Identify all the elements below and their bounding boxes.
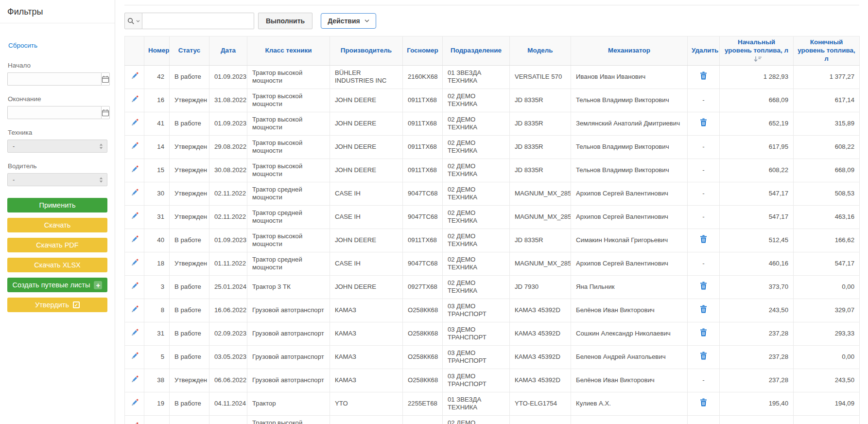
calendar-icon [102,109,109,117]
cell-model: КАМАЗ 45392D [510,322,571,345]
cell-fuel_end: 0,00 [794,275,860,299]
column-header-manufacturer[interactable]: Производитель [330,36,403,66]
cell-edit [125,299,144,322]
column-header-division[interactable]: Подразделение [443,36,510,66]
download-button[interactable]: Скачать [7,218,107,232]
cell-operator: Архипов Сергей Валентинович [571,182,688,205]
column-header-operator[interactable]: Механизатор [571,36,688,66]
edit-row-button[interactable] [131,399,139,406]
cell-tech_class: Трактор высокой мощности [247,415,330,424]
cell-model: JD 8335R [510,135,571,159]
column-header-del[interactable]: Удалить [688,36,720,66]
delete-row-button[interactable] [700,118,707,126]
cell-plate: 0911TX68 [403,159,443,182]
start-date-calendar-button[interactable] [101,72,110,86]
download-xlsx-button[interactable]: Скачать XLSX [7,258,107,272]
edit-row-button[interactable] [131,212,139,220]
cell-num: 2 [144,415,170,424]
column-header-tech_class[interactable]: Класс техники [247,36,330,66]
end-date-calendar-button[interactable] [101,106,110,119]
reset-filters-link[interactable]: Сбросить [8,42,37,49]
download-pdf-button[interactable]: Скачать PDF [7,238,107,252]
cell-plate: 0911TX68 [403,135,443,159]
cell-status: В работе [170,112,209,135]
cell-fuel_start: 195,40 [720,392,794,415]
cell-delete [688,65,720,88]
edit-row-button[interactable] [131,282,139,290]
delete-row-button[interactable] [700,328,707,336]
edit-row-button[interactable] [131,119,139,126]
edit-row-button[interactable] [131,375,139,383]
column-header-fuel_end[interactable]: Конечный уровень топлива, л [794,36,860,66]
cell-plate: 0911TX68 [403,229,443,252]
filters-title: Фильтры [0,0,115,23]
apply-button[interactable]: Применить [7,198,107,212]
cell-tech_class: Трактор высокой мощности [247,229,330,252]
edit-row-button[interactable] [131,422,139,424]
cell-model: КАМАЗ 45392D [510,299,571,322]
search-input[interactable] [142,13,254,29]
create-waybills-button[interactable]: Создать путевые листы + [7,278,107,292]
edit-row-button[interactable] [131,352,139,360]
edit-row-button[interactable] [131,72,139,80]
search-icon [127,18,135,25]
delete-row-button[interactable] [700,305,707,313]
edit-row-button[interactable] [131,305,139,313]
cell-plate: 2255ЕТ68 [403,392,443,415]
start-date-input[interactable] [7,72,101,86]
edit-row-button[interactable] [131,142,139,150]
driver-select-value: - [13,176,99,183]
driver-select[interactable]: - [7,173,107,186]
filters-sidebar: Фильтры Сбросить Начало Окончание [0,0,115,424]
equipment-select[interactable]: - [7,140,107,153]
cell-delete [688,322,720,345]
edit-row-button[interactable] [131,165,139,173]
column-header-fuel_start[interactable]: Начальный уровень топлива, л [720,36,794,66]
edit-row-button[interactable] [131,189,139,196]
delete-row-button[interactable] [700,398,707,406]
cell-num: 19 [144,392,170,415]
edit-row-button[interactable] [131,329,139,336]
cell-date: 30.08.2022 [209,159,247,182]
cell-date: 01.09.2023 [209,112,247,135]
cell-date: 06.06.2022 [209,369,247,392]
cell-fuel_end: 608,22 [794,135,860,159]
delete-row-button[interactable] [700,352,707,360]
cell-plate: 0911TX68 [403,88,443,112]
start-date-label: Начало [8,62,107,69]
report-table-body: 42В работе01.09.2023Трактор высокой мощн… [125,65,860,424]
run-button[interactable]: Выполнить [258,13,312,29]
search-button[interactable] [124,13,142,29]
cell-model: JD 8335R [510,159,571,182]
column-header-model[interactable]: Модель [510,36,571,66]
cell-status: В работе [170,299,209,322]
cell-plate: О258КК68 [403,345,443,369]
approve-button[interactable]: Утвердить [7,298,107,312]
end-date-input[interactable] [7,106,101,119]
column-header-num[interactable]: Номер [144,36,170,66]
cell-division: 02 ДЕМО ТЕХНИКА [443,415,510,424]
edit-row-button[interactable] [131,95,139,103]
column-header-plate[interactable]: Госномер [403,36,443,66]
edit-row-button[interactable] [131,235,139,243]
cell-tech_class: Трактор высокой мощности [247,65,330,88]
cell-manufacturer: CASE IH [330,205,403,229]
cell-edit [125,252,144,275]
calendar-icon [102,75,109,83]
cell-edit [125,392,144,415]
delete-row-button[interactable] [700,235,707,243]
cell-fuel_end: 617,14 [794,88,860,112]
cell-fuel_end: 508,53 [794,182,860,205]
cell-division: 01 ЗВЕЗДА ТЕХНИКА [443,392,510,415]
table-row: 41В работе01.09.2023Трактор высокой мощн… [125,112,860,135]
actions-button[interactable]: Действия [321,13,376,29]
report-region: Выполнить Действия НомерСтатусДатаКласс … [115,0,868,424]
column-header-status[interactable]: Статус [170,36,209,66]
delete-row-button[interactable] [700,282,707,290]
edit-row-button[interactable] [131,259,139,266]
delete-row-button[interactable] [700,71,707,80]
pencil-icon [131,422,139,424]
cell-manufacturer: КАМАЗ [330,345,403,369]
cell-fuel_end: 0,00 [794,345,860,369]
column-header-date[interactable]: Дата [209,36,247,66]
